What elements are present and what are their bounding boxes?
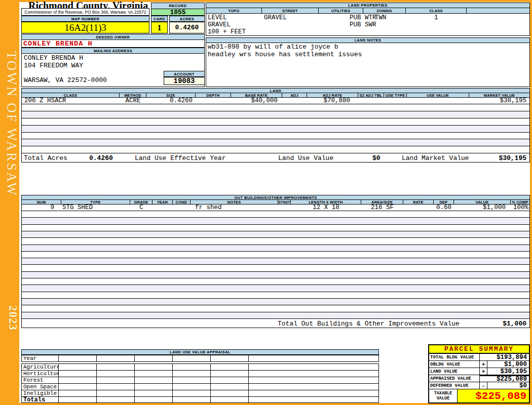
land-use-cell — [135, 364, 173, 370]
ob-length-width-cell: 12 X 18 — [291, 205, 361, 211]
out-buildings-data-row: 9 STG SHED C fr shed 12 X 18 216 SF 0.60… — [21, 205, 530, 211]
land-use-value: $0 — [372, 154, 381, 162]
class-value: 1 — [434, 14, 438, 21]
column-header-type: TYPE — [61, 200, 130, 204]
land-use-cell — [211, 377, 249, 383]
column-header-num: NUM — [22, 200, 61, 204]
topo-value: LEVEL — [208, 14, 227, 21]
land-use-row-label: Year — [22, 355, 59, 361]
column-header-class: CLASS — [22, 93, 120, 97]
land-use-row-label: Horticulture — [22, 371, 59, 377]
summary-row-land: LAND VALUE + $30,195 — [428, 368, 530, 375]
column-header-topo: TOPO — [206, 8, 262, 13]
topo-value-2: GRAVEL — [208, 21, 231, 28]
land-use-cell — [249, 384, 378, 390]
ob-notes-cell: fr shed — [191, 205, 278, 211]
land-properties-column-headers: TOPO STREET UTILITIES ZONING CLASS — [206, 8, 530, 14]
land-use-cell — [249, 397, 378, 402]
utilities-value-2: PUB SWR — [350, 21, 376, 28]
land-use-cell — [97, 390, 135, 396]
land-use-cell — [211, 371, 249, 377]
land-use-cell — [173, 390, 211, 396]
ob-num-cell: 9 — [22, 205, 61, 211]
land-use-cell — [135, 384, 173, 390]
land-use-cell — [97, 397, 135, 402]
land-use-row-label: Open Space — [22, 384, 59, 390]
land-use-cell — [59, 364, 97, 370]
account-value: 19083 — [164, 77, 205, 85]
land-use-cell — [59, 384, 97, 390]
column-header-area-size: AREA/SIZE — [361, 200, 403, 204]
land-use-cell — [249, 371, 378, 377]
topo-value-3: 100 + FEET — [208, 28, 246, 35]
land-use-cell — [59, 377, 97, 383]
card-value: 1 — [151, 22, 168, 33]
land-size-cell: 0.4260 — [146, 98, 196, 104]
deeded-owner-value: CONLEY BRENDA H — [21, 40, 205, 48]
column-header-street: STREET — [262, 8, 319, 13]
column-header-sz-adj-tbl: SZ ADJ TBL — [358, 93, 384, 97]
out-buildings-total-label: Total Out Buildings & Other Improvements… — [278, 320, 460, 328]
column-header-utilities: UTILITIES — [319, 8, 363, 13]
map-number-header: MAP NUMBER — [21, 16, 149, 22]
land-use-cell — [211, 384, 249, 390]
column-header-year: YEAR — [153, 200, 173, 204]
acres-header: ACRES — [169, 16, 205, 22]
column-header-sthgt: STHGT — [278, 200, 291, 204]
column-header-rate: RATE — [403, 200, 434, 204]
land-use-effective-year-label: Land Use Effective Year — [135, 154, 225, 162]
land-use-type-cell — [384, 98, 407, 104]
land-totals-row: Total Acres 0.4260 Land Use Effective Ye… — [21, 153, 530, 163]
land-use-cell — [97, 355, 135, 361]
land-use-row-label: Forest — [22, 377, 59, 383]
summary-sign: + — [480, 361, 487, 368]
summary-row-total-bldg: TOTAL BLDG VALUE $193,894 — [428, 354, 530, 361]
out-buildings-title: OUT BUILDINGS/OTHER IMPROVEMENTS — [21, 195, 530, 200]
land-use-cell — [249, 355, 378, 361]
column-header-method: METHOD — [120, 93, 146, 97]
land-use-cell — [249, 364, 378, 370]
column-header-notes: NOTES — [191, 200, 278, 204]
summary-label: TOTAL BLDG VALUE — [429, 354, 480, 360]
ob-rate-cell — [403, 205, 434, 211]
land-column-headers: CLASS METHOD SIZE DEPTH BASE RATE ADJ AD… — [21, 93, 530, 98]
land-use-cell — [211, 397, 249, 402]
ob-pct-comp-cell: 100% — [511, 205, 529, 211]
record-value: 1055 — [151, 9, 205, 16]
out-buildings-total-row: Total Out Buildings & Other Improvements… — [21, 319, 530, 328]
parcel-summary-rows: TOTAL BLDG VALUE $193,894 OBLDG VALUE + … — [428, 354, 530, 403]
ob-dep-cell: 0.60 — [434, 205, 454, 211]
land-use-cell — [173, 384, 211, 390]
land-market-value-label: Land Market Value — [402, 154, 469, 162]
summary-value: $30,195 — [487, 368, 529, 375]
ob-type-cell: STG SHED — [61, 205, 130, 211]
total-acres-value: 0.4260 — [89, 154, 113, 162]
column-header-adj: ADJ — [282, 93, 307, 97]
land-market-value-cell: $30,195 — [469, 98, 529, 104]
land-use-grid: Agriculture Horticulture Forest — [21, 363, 379, 403]
land-class-cell: 206 Z HSACR — [22, 98, 120, 104]
land-use-cell — [211, 355, 249, 361]
land-use-value-cell — [407, 98, 469, 104]
land-use-value-label: Land Use Value — [278, 154, 333, 162]
column-header-market-value: MARKET VALUE — [469, 93, 529, 97]
land-use-cell — [59, 397, 97, 402]
zoning-value: TWN — [375, 14, 387, 21]
column-header-use-value: USE VALUE — [407, 93, 469, 97]
summary-row-obldg: OBLDG VALUE + $1,000 — [428, 361, 530, 368]
column-header-filler — [467, 8, 529, 13]
deeded-owner-header: DEEDED OWNER — [21, 34, 205, 40]
land-data-row: 206 Z HSACR ACRE 0.4260 $40,000 $70,880 … — [21, 98, 530, 104]
out-buildings-total-value: $1,000 — [503, 320, 526, 328]
mailing-address-header: MAILING ADDRESS — [21, 48, 205, 54]
commissioner-line: Commissioner of the Revenue, PO Box 366,… — [21, 8, 149, 16]
sidebar-town-title: TOWN OF WARSAW — [0, 47, 19, 201]
column-header-length-width: LENGTH X WIDTH — [291, 200, 361, 204]
property-record-card: TOWN OF WARSAW 2023 Richmond County, Vir… — [0, 0, 532, 405]
land-note-line: wb31-898 by will of alice joyce b — [208, 44, 528, 51]
land-use-cell — [173, 364, 211, 370]
sidebar-year: 2023 — [0, 298, 19, 338]
summary-value: $0 — [487, 382, 529, 389]
map-number-value: 16A2(11)3 — [21, 22, 149, 33]
land-use-cell — [173, 397, 211, 402]
